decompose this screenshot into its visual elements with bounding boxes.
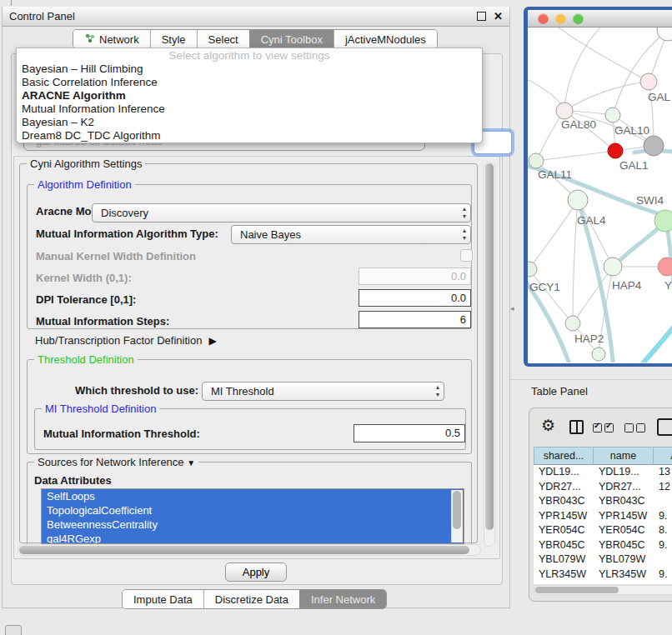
table-cell[interactable]: 9.	[654, 509, 672, 524]
document-icon[interactable]	[657, 418, 672, 436]
table-row[interactable]: YBL079WYBL079W	[534, 552, 672, 568]
table-cell[interactable]: YBL079W	[534, 552, 594, 568]
which-threshold-combo[interactable]: MI Threshold ▴▾	[202, 382, 444, 401]
table-cell[interactable]: YBL079W	[594, 552, 654, 568]
mac-close-icon[interactable]	[538, 13, 549, 24]
node-GAL1[interactable]	[608, 143, 623, 158]
table-row[interactable]: YER054CYER054C8.	[534, 523, 672, 538]
settings-horizontal-scrollbar[interactable]	[18, 544, 481, 556]
tab-discretize-data[interactable]: Discretize Data	[203, 590, 299, 608]
node-GAL11[interactable]	[529, 153, 544, 168]
table-cell[interactable]: 12	[654, 480, 672, 495]
table-cell[interactable]: YIL052C	[534, 582, 594, 584]
node-top-right[interactable]	[657, 28, 672, 41]
table-row[interactable]: YLR345WYLR345W9.	[534, 568, 672, 582]
algorithm-item-aracne-algorithm[interactable]: ARACNE Algorithm	[17, 89, 482, 102]
dock-corner-button[interactable]	[5, 625, 22, 635]
table-row[interactable]: YIL052CYIL052C9.	[534, 582, 672, 584]
attribute-item-selfloops[interactable]: SelfLoops	[42, 489, 464, 503]
table-cell[interactable]: 13	[654, 465, 672, 480]
table-cell[interactable]: YDL19...	[594, 465, 654, 480]
table-row[interactable]: YBR045CYBR045C9.	[534, 538, 672, 553]
data-attributes-list[interactable]: SelfLoopsTopologicalCoefficientBetweenne…	[41, 488, 464, 544]
columns-icon[interactable]	[569, 420, 584, 434]
tab-jactivemnodules[interactable]: jActiveMNodules	[333, 30, 437, 48]
attribute-item-topologicalcoefficient[interactable]: TopologicalCoefficient	[42, 503, 464, 518]
table-cell[interactable]: YDL19...	[534, 465, 594, 480]
tab-impute-data[interactable]: Impute Data	[123, 590, 203, 608]
list-scrollbar[interactable]	[451, 490, 463, 542]
algorithm-item-mutual-information-inference[interactable]: Mutual Information Inference	[17, 102, 482, 116]
unchecked-box-icon[interactable]	[624, 423, 634, 432]
node-SWI4[interactable]	[654, 210, 672, 232]
mi-algorithm-type-combo[interactable]: Naive Bayes ▴▾	[231, 225, 471, 244]
apply-button[interactable]: Apply	[225, 562, 287, 582]
node-GCY1[interactable]	[528, 262, 537, 277]
table-cell[interactable]: YPR145W	[534, 509, 594, 524]
table-cell[interactable]: 9.	[654, 582, 672, 584]
algorithm-item-dream8-dc-tdc-algorithm[interactable]: Dream8 DC_TDC Algorithm	[17, 129, 482, 142]
kernel-width-field[interactable]: 0.0	[359, 268, 471, 285]
dpi-tolerance-field[interactable]: 0.0	[359, 289, 471, 307]
mi-threshold-field[interactable]: 0.5	[354, 424, 465, 442]
node-gray-node[interactable]	[644, 136, 664, 156]
table-row[interactable]: YBR043CYBR043C	[534, 494, 672, 509]
network-window-titlebar[interactable]	[528, 10, 672, 28]
checked-box-icon[interactable]	[593, 423, 602, 432]
table-cell[interactable]: YLR345W	[534, 568, 594, 582]
table-cell[interactable]: 9.	[654, 568, 672, 582]
column-header-a[interactable]: A	[654, 447, 672, 465]
column-header-name[interactable]: name	[594, 447, 654, 465]
table-cell[interactable]: YBR045C	[594, 538, 654, 553]
mi-steps-field[interactable]: 6	[359, 311, 471, 328]
manual-kernel-width-checkbox[interactable]	[460, 249, 473, 262]
node-GAL4[interactable]	[568, 190, 588, 210]
table-cell[interactable]: YDR27...	[534, 480, 594, 495]
table-cell[interactable]: YLR345W	[594, 568, 654, 582]
table-cell[interactable]: YBR045C	[534, 538, 594, 553]
mac-minimize-icon[interactable]	[555, 13, 566, 24]
float-window-icon[interactable]	[477, 12, 486, 21]
node-HAP4[interactable]	[604, 258, 622, 276]
table-cell[interactable]: 9.	[654, 538, 672, 553]
table-cell[interactable]: YDR27...	[594, 480, 654, 495]
mac-zoom-icon[interactable]	[573, 13, 584, 24]
tab-select[interactable]: Select	[197, 30, 249, 48]
table-cell[interactable]: YBR043C	[594, 494, 654, 509]
table-cell[interactable]	[654, 552, 672, 568]
table-cell[interactable]	[654, 494, 672, 509]
table-cell[interactable]: YBR043C	[534, 494, 594, 509]
tab-infer-network[interactable]: Infer Network	[299, 590, 386, 608]
node-GAL10[interactable]	[605, 108, 620, 122]
table-cell[interactable]: YIL052C	[594, 582, 654, 584]
node-GAL80[interactable]	[556, 102, 573, 119]
attribute-item-gal4rgexp[interactable]: gal4RGexp	[42, 532, 464, 544]
algorithm-item-basic-correlation-inference[interactable]: Basic Correlation Inference	[17, 76, 482, 89]
sources-expander[interactable]: Sources for Network Inference ▼	[34, 456, 198, 468]
table-row[interactable]: YPR145WYPR145W9.	[534, 509, 672, 524]
algorithm-item-bayesian-hill-climbing[interactable]: Bayesian – Hill Climbing	[17, 62, 482, 76]
node-bottom-node[interactable]	[592, 348, 605, 361]
tab-style[interactable]: Style	[150, 30, 197, 48]
node-HAP2[interactable]	[565, 316, 580, 331]
attribute-item-betweennesscentrality[interactable]: BetweennessCentrality	[42, 518, 464, 532]
table-horizontal-scrollbar[interactable]	[534, 585, 672, 595]
gear-icon[interactable]: ⚙	[541, 416, 555, 435]
split-pane-handle[interactable]: ◂	[510, 304, 514, 312]
column-header-shared-[interactable]: shared...	[534, 447, 594, 465]
table-row[interactable]: YDR27...YDR27...12	[534, 480, 672, 495]
checked-box-icon[interactable]	[604, 423, 614, 432]
table-cell[interactable]: YPR145W	[594, 509, 654, 524]
algorithm-item-bayesian-k2[interactable]: Bayesian – K2	[17, 116, 482, 129]
node-salmon-node[interactable]	[658, 258, 672, 276]
tab-cyni-toolbox[interactable]: Cyni Toolbox	[249, 30, 333, 48]
node-pink-top[interactable]	[640, 73, 657, 90]
settings-vertical-scrollbar[interactable]	[484, 162, 495, 547]
close-icon[interactable]: ✕	[494, 12, 503, 21]
network-canvas[interactable]: GALGAL80GAL10GAL1GAL11SWI4GAL4GCY1HAP4YH…	[528, 28, 672, 362]
aracne-mode-combo[interactable]: Discovery ▴▾	[92, 203, 471, 222]
table-cell[interactable]: YER054C	[594, 523, 654, 538]
table-row[interactable]: YDL19...YDL19...13	[534, 465, 672, 480]
table-cell[interactable]: 8.	[654, 523, 672, 538]
table-cell[interactable]: YER054C	[534, 523, 594, 538]
